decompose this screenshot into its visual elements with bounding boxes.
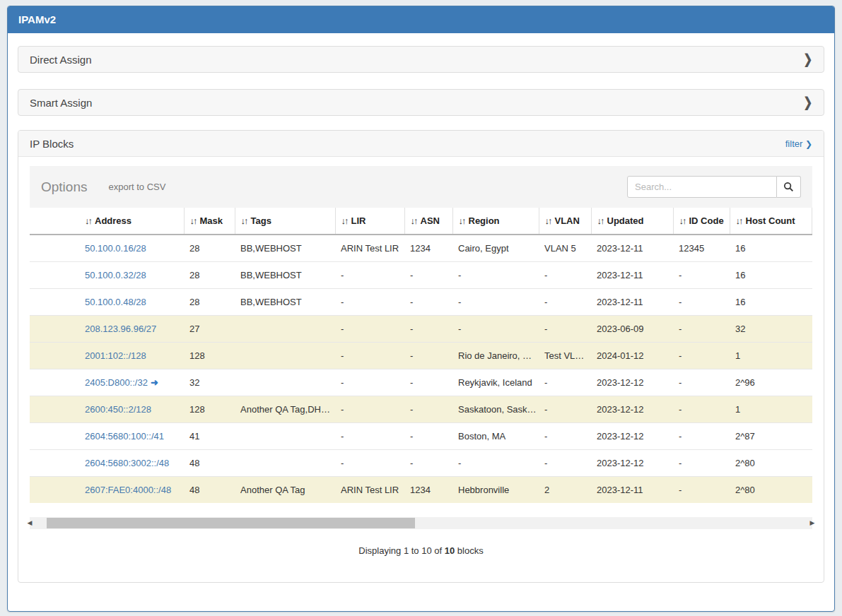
cell-address: 2604:5680:3002::/48 xyxy=(30,450,184,477)
address-link[interactable]: 208.123.96.96/27 xyxy=(85,324,156,334)
column-header-mask[interactable]: ↓↑Mask xyxy=(184,208,235,235)
sort-icon: ↓↑ xyxy=(341,215,348,226)
cell-mask: 28 xyxy=(184,289,235,316)
cell-lir: - xyxy=(335,396,404,423)
table-row: 2604:5680:100::/4141--Boston, MA-2023-12… xyxy=(30,423,812,450)
cell-tags xyxy=(235,423,335,450)
sort-icon: ↓↑ xyxy=(736,215,742,226)
cell-host_count: 2^80 xyxy=(730,477,812,504)
cell-updated: 2023-12-12 xyxy=(591,423,673,450)
cell-lir: - xyxy=(335,423,404,450)
cell-mask: 41 xyxy=(184,423,235,450)
cell-address: 50.100.0.32/28 xyxy=(30,262,184,289)
smart-assign-label: Smart Assign xyxy=(30,97,92,109)
address-link[interactable]: 2600:450::2/128 xyxy=(85,404,151,415)
cell-address: 2604:5680:100::/41 xyxy=(30,423,184,450)
chevron-right-icon: ❯ xyxy=(803,52,812,68)
export-csv-link[interactable]: export to CSV xyxy=(108,182,165,192)
cell-asn: - xyxy=(404,289,452,316)
column-header-lir[interactable]: ↓↑LIR xyxy=(335,208,404,235)
cell-updated: 2023-12-11 xyxy=(591,262,673,289)
cell-lir: - xyxy=(335,450,404,477)
table-row: 50.100.0.16/2828BB,WEBHOSTARIN Test LIR1… xyxy=(30,235,812,262)
sort-icon: ↓↑ xyxy=(241,215,247,226)
cell-updated: 2023-06-09 xyxy=(591,316,673,343)
cell-address: 2600:450::2/128 xyxy=(30,396,184,423)
direct-assign-label: Direct Assign xyxy=(30,54,92,66)
column-header-updated[interactable]: ↓↑Updated xyxy=(591,208,673,235)
address-link[interactable]: 50.100.0.48/28 xyxy=(85,297,146,307)
cell-updated: 2023-12-11 xyxy=(591,477,673,504)
cell-asn: - xyxy=(404,316,452,343)
cell-host_count: 1 xyxy=(730,396,812,423)
cell-vlan: - xyxy=(539,369,591,396)
search-input[interactable] xyxy=(627,176,777,198)
scroll-left-arrow-icon[interactable]: ◀ xyxy=(25,517,34,529)
column-header-id-code[interactable]: ↓↑ID Code xyxy=(673,208,730,235)
table-row: 50.100.0.32/2828BB,WEBHOST----2023-12-11… xyxy=(30,262,812,289)
main-body: Direct Assign ❯ Smart Assign ❯ IP Blocks… xyxy=(8,33,834,596)
sort-icon: ↓↑ xyxy=(85,215,91,226)
pagination-total: 10 xyxy=(445,545,455,556)
address-link[interactable]: 50.100.0.16/28 xyxy=(85,243,146,254)
sort-icon: ↓↑ xyxy=(679,215,686,226)
column-header-address[interactable]: ↓↑Address xyxy=(30,208,184,235)
search-button[interactable] xyxy=(777,176,801,198)
sort-icon: ↓↑ xyxy=(545,215,551,226)
cell-mask: 28 xyxy=(184,262,235,289)
cell-host_count: 16 xyxy=(730,235,812,262)
cell-mask: 27 xyxy=(184,316,235,343)
address-link[interactable]: 2607:FAE0:4000::/48 xyxy=(85,485,171,495)
cell-id_code: - xyxy=(673,289,730,316)
column-header-region[interactable]: ↓↑Region xyxy=(452,208,539,235)
column-header-asn[interactable]: ↓↑ASN xyxy=(404,208,452,235)
cell-asn: - xyxy=(404,396,452,423)
cell-region: - xyxy=(452,262,539,289)
direct-assign-panel[interactable]: Direct Assign ❯ xyxy=(18,46,824,73)
cell-region: Saskatoon, Sask… xyxy=(452,396,539,423)
filter-link[interactable]: filter ❯ xyxy=(785,138,812,149)
horizontal-scrollbar[interactable]: ◀ ▶ xyxy=(30,517,812,529)
sort-icon: ↓↑ xyxy=(597,215,604,226)
smart-assign-panel[interactable]: Smart Assign ❯ xyxy=(18,89,824,116)
ip-blocks-body: Options export to CSV xyxy=(18,157,824,565)
address-link[interactable]: 2001:102::/128 xyxy=(85,350,146,361)
scrollbar-thumb[interactable] xyxy=(47,518,414,528)
cell-asn: - xyxy=(404,450,452,477)
cell-id_code: 12345 xyxy=(673,235,730,262)
column-header-tags[interactable]: ↓↑Tags xyxy=(235,208,335,235)
sort-icon: ↓↑ xyxy=(459,215,465,226)
cell-id_code: - xyxy=(673,450,730,477)
cell-lir: - xyxy=(335,343,404,369)
cell-region: Cairo, Egypt xyxy=(452,235,539,262)
cell-updated: 2023-12-11 xyxy=(591,235,673,262)
cell-region: Reykjavik, Iceland xyxy=(452,369,539,396)
cell-mask: 128 xyxy=(184,396,235,423)
cell-updated: 2023-12-12 xyxy=(591,396,673,423)
cell-mask: 128 xyxy=(184,343,235,369)
address-link[interactable]: 2604:5680:100::/41 xyxy=(85,431,164,442)
column-header-vlan[interactable]: ↓↑VLAN xyxy=(539,208,591,235)
scroll-right-arrow-icon[interactable]: ▶ xyxy=(808,517,817,529)
cell-id_code: - xyxy=(673,477,730,504)
cell-lir: ARIN Test LIR xyxy=(335,477,404,504)
ip-blocks-heading: IP Blocks filter ❯ xyxy=(18,131,824,157)
app-title: IPAMv2 xyxy=(8,6,834,33)
cell-vlan: - xyxy=(539,423,591,450)
table-row: 2405:D800::/32➜32--Reykjavik, Iceland-20… xyxy=(30,369,812,396)
ip-blocks-table-body: 50.100.0.16/2828BB,WEBHOSTARIN Test LIR1… xyxy=(30,235,812,503)
cell-vlan: - xyxy=(539,289,591,316)
cell-address: 50.100.0.16/28 xyxy=(30,235,184,262)
address-link[interactable]: 50.100.0.32/28 xyxy=(85,270,146,280)
cell-address: 2001:102::/128 xyxy=(30,343,184,369)
table-row: 2600:450::2/128128Another QA Tag,DH…--Sa… xyxy=(30,396,812,423)
address-link[interactable]: 2405:D800::/32 xyxy=(85,377,148,388)
address-link[interactable]: 2604:5680:3002::/48 xyxy=(85,458,169,468)
cell-mask: 32 xyxy=(184,369,235,396)
cell-asn: - xyxy=(404,262,452,289)
pagination-prefix: Displaying 1 to 10 of xyxy=(358,545,444,556)
cell-tags xyxy=(235,343,335,369)
cell-id_code: - xyxy=(673,369,730,396)
cell-region: - xyxy=(452,450,539,477)
column-header-host-count[interactable]: ↓↑Host Count xyxy=(730,208,812,235)
